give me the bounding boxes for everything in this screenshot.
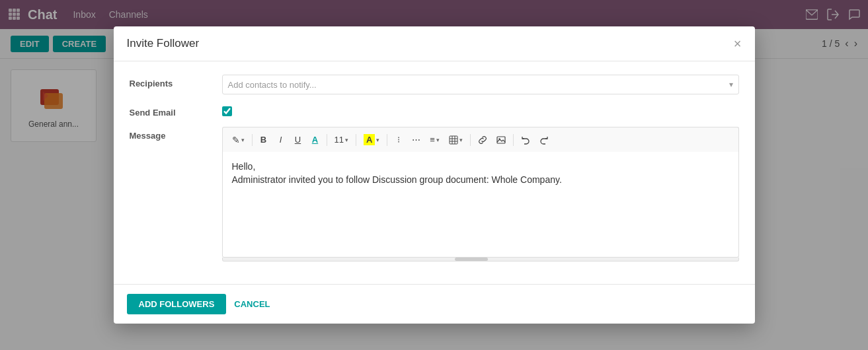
invite-follower-modal: Invite Follower × Recipients Add contact… — [114, 26, 755, 324]
modal-close-button[interactable]: × — [734, 37, 742, 50]
pen-style-button[interactable]: ✎ ▾ — [228, 132, 249, 148]
add-followers-button[interactable]: ADD FOLLOWERS — [127, 294, 227, 314]
underline-button[interactable]: U — [290, 132, 306, 147]
send-email-label: Send Email — [130, 104, 222, 118]
toolbar-separator-3 — [356, 134, 356, 146]
send-email-row: Send Email — [130, 104, 739, 118]
link-button[interactable] — [474, 133, 491, 147]
font-color-button[interactable]: A — [307, 132, 323, 147]
ordered-list-button[interactable]: ⋯ — [408, 132, 424, 147]
send-email-field — [222, 104, 739, 116]
image-icon — [496, 135, 506, 145]
modal-title: Invite Follower — [127, 37, 200, 50]
recipients-row: Recipients Add contacts to notify... ▾ — [130, 75, 739, 94]
highlight-button[interactable]: A ▾ — [360, 131, 383, 148]
align-icon: ≡ — [430, 135, 435, 145]
send-email-checkbox[interactable] — [222, 106, 232, 116]
dropdown-arrow-icon: ▾ — [729, 80, 733, 89]
editor-line-1: Hello, — [232, 161, 729, 172]
italic-button[interactable]: I — [273, 132, 289, 147]
recipients-input[interactable]: Add contacts to notify... ▾ — [222, 75, 739, 94]
font-size-value: 11 — [335, 135, 344, 145]
message-editor[interactable]: Hello, Administrator invited you to foll… — [222, 152, 739, 258]
bold-button[interactable]: B — [256, 132, 272, 147]
table-caret-icon: ▾ — [459, 137, 463, 143]
unordered-list-icon: ⁝ — [397, 135, 400, 145]
align-button[interactable]: ≡ ▾ — [426, 132, 444, 147]
recipients-placeholder: Add contacts to notify... — [228, 80, 317, 90]
message-label: Message — [130, 127, 222, 141]
font-color-icon: A — [312, 135, 318, 145]
unordered-list-button[interactable]: ⁝ — [391, 132, 407, 147]
editor-scrollbar-thumb — [455, 258, 488, 261]
table-button[interactable]: ▾ — [445, 133, 467, 147]
svg-rect-12 — [450, 136, 457, 144]
font-size-button[interactable]: 11 ▾ — [331, 132, 352, 147]
table-icon — [449, 135, 458, 145]
highlight-caret-icon: ▾ — [376, 137, 379, 143]
redo-button[interactable] — [535, 133, 553, 147]
link-icon — [478, 135, 487, 145]
align-caret-icon: ▾ — [436, 137, 440, 143]
image-button[interactable] — [493, 133, 510, 147]
highlight-icon: A — [364, 134, 375, 145]
toolbar-separator-6 — [513, 134, 514, 146]
toolbar-separator-4 — [387, 134, 387, 146]
redo-icon — [539, 135, 549, 145]
recipients-label: Recipients — [130, 75, 222, 88]
modal-footer: ADD FOLLOWERS CANCEL — [114, 284, 755, 324]
modal-overlay: Invite Follower × Recipients Add contact… — [0, 0, 868, 350]
svg-rect-17 — [497, 137, 505, 143]
editor-toolbar: ✎ ▾ B I U A 11 ▾ — [222, 127, 739, 152]
editor-line-2: Administrator invited you to follow Disc… — [232, 174, 729, 185]
font-size-caret-icon: ▾ — [345, 137, 348, 143]
undo-icon — [521, 135, 530, 145]
message-row: Message ✎ ▾ B I U A — [130, 127, 739, 262]
ordered-list-icon: ⋯ — [412, 135, 420, 145]
pen-caret-icon: ▾ — [241, 137, 245, 143]
cancel-modal-button[interactable]: CANCEL — [234, 299, 270, 309]
undo-button[interactable] — [517, 133, 534, 147]
editor-scrollbar[interactable] — [222, 258, 739, 262]
toolbar-separator-5 — [470, 134, 471, 146]
toolbar-separator-2 — [327, 134, 327, 146]
modal-body: Recipients Add contacts to notify... ▾ S… — [114, 61, 755, 284]
pen-icon: ✎ — [232, 135, 240, 145]
message-field: ✎ ▾ B I U A 11 ▾ — [222, 127, 739, 262]
modal-header: Invite Follower × — [114, 26, 755, 61]
toolbar-separator-1 — [252, 134, 253, 146]
recipients-field: Add contacts to notify... ▾ — [222, 75, 739, 94]
